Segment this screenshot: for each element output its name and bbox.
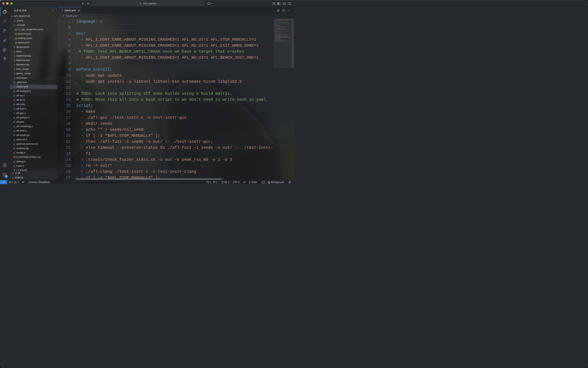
- svg-text:C: C: [13, 90, 15, 93]
- svg-text:C: C: [13, 129, 15, 132]
- svg-text:C: C: [13, 160, 15, 163]
- svg-text:C: C: [13, 138, 15, 141]
- svg-text:C: C: [13, 94, 15, 97]
- svg-text:C: C: [13, 125, 15, 128]
- svg-text:C: C: [13, 116, 15, 119]
- svg-text:C: C: [13, 143, 15, 146]
- svg-text:C: C: [13, 151, 15, 154]
- svg-text:C: C: [13, 165, 15, 168]
- svg-text:C: C: [13, 99, 15, 101]
- svg-text:C: C: [13, 107, 15, 110]
- svg-text:C: C: [13, 112, 15, 115]
